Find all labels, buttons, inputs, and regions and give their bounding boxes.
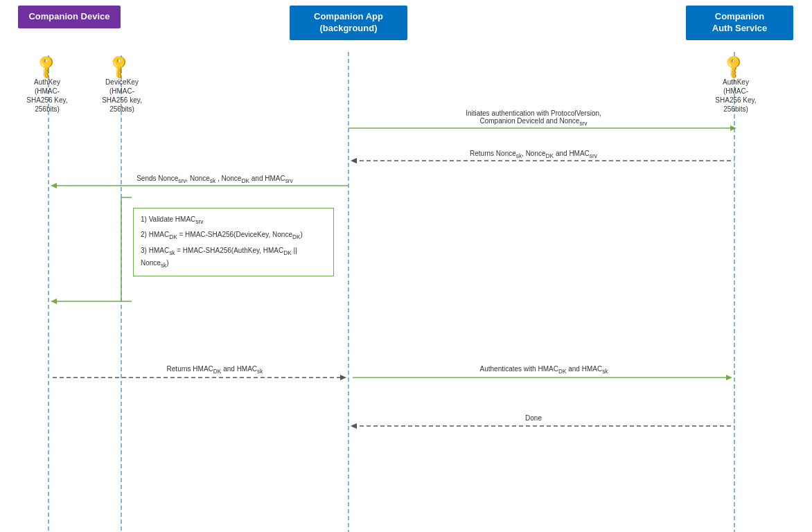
comp-line-1: 1) Validate HMACsrv xyxy=(141,214,326,227)
companion-app-header: Companion App(background) xyxy=(290,6,407,40)
authkey-device-icon: 🔑 xyxy=(32,52,60,80)
computation-box: 1) Validate HMACsrv 2) HMACDK = HMAC-SHA… xyxy=(133,208,334,276)
sequence-diagram: Companion Device Companion App(backgroun… xyxy=(0,0,812,532)
svg-marker-9 xyxy=(51,183,57,188)
svg-marker-20 xyxy=(351,423,357,429)
arrow7-label: Done xyxy=(464,414,603,422)
arrow2-label: Returns Noncesk, NonceDK and HMACsrv xyxy=(388,150,679,159)
svg-marker-5 xyxy=(730,125,736,131)
arrow3-label: Sends Noncesrv, Noncesk , NonceDK and HM… xyxy=(97,175,333,184)
comp-line-2: 2) HMACDK = HMAC-SHA256(DeviceKey, Nonce… xyxy=(141,229,326,242)
svg-marker-16 xyxy=(340,375,346,380)
comp-line-3: 3) HMACsk = HMAC-SHA256(AuthKey, HMACDK … xyxy=(141,245,326,271)
companion-auth-header: CompanionAuth Service xyxy=(686,6,793,40)
devicekey-device-icon: 🔑 xyxy=(105,52,133,80)
authkey-auth-icon: 🔑 xyxy=(719,52,748,80)
svg-marker-14 xyxy=(51,299,57,304)
arrow6-label: Authenticates with HMACDK and HMACsk xyxy=(388,365,700,375)
arrow1-label: Initiates authentication with ProtocolVe… xyxy=(409,109,658,127)
companion-device-header: Companion Device xyxy=(18,6,121,28)
svg-marker-7 xyxy=(351,158,357,163)
arrow5-label: Returns HMACDK and HMACsk xyxy=(97,365,333,375)
authkey-device-label: AuthKey(HMAC-SHA256 Key,256bits) xyxy=(19,78,75,114)
devicekey-device-label: DeviceKey(HMAC-SHA256 key,256bits) xyxy=(94,78,150,114)
authkey-auth-label: AuthKey(HMAC-SHA256 Key,256bits) xyxy=(708,78,764,114)
svg-marker-18 xyxy=(726,375,732,380)
